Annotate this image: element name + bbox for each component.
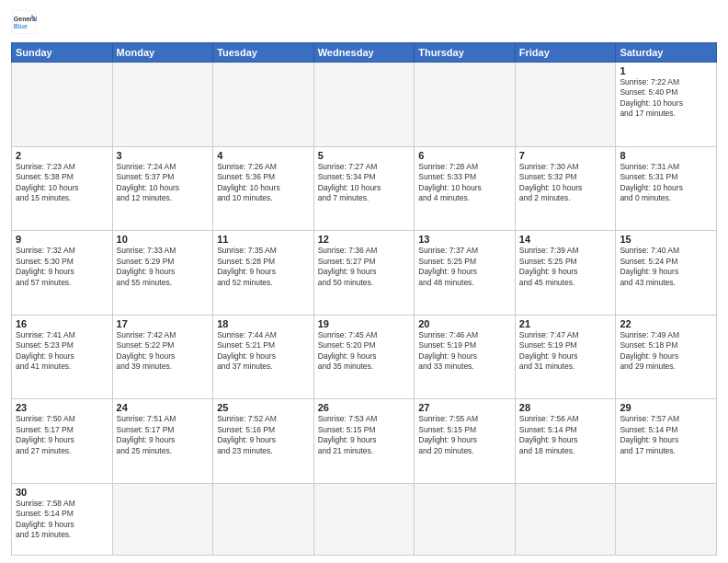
svg-rect-0 <box>12 10 35 33</box>
calendar-cell: 23Sunrise: 7:50 AM Sunset: 5:17 PM Dayli… <box>12 399 113 484</box>
page-container: General Blue SundayMondayTuesdayWednesda… <box>0 0 728 563</box>
week-row-4: 16Sunrise: 7:41 AM Sunset: 5:23 PM Dayli… <box>12 315 717 399</box>
day-info: Sunrise: 7:26 AM Sunset: 5:36 PM Dayligh… <box>217 162 310 204</box>
calendar-cell <box>313 63 415 147</box>
weekday-header-friday: Friday <box>515 43 616 63</box>
day-info: Sunrise: 7:23 AM Sunset: 5:38 PM Dayligh… <box>16 162 108 204</box>
day-number: 14 <box>519 234 612 245</box>
day-number: 2 <box>16 150 108 161</box>
calendar-cell: 7Sunrise: 7:30 AM Sunset: 5:32 PM Daylig… <box>515 146 616 231</box>
calendar-cell: 4Sunrise: 7:26 AM Sunset: 5:36 PM Daylig… <box>213 146 314 231</box>
day-info: Sunrise: 7:31 AM Sunset: 5:31 PM Dayligh… <box>620 162 712 204</box>
day-info: Sunrise: 7:22 AM Sunset: 5:40 PM Dayligh… <box>620 77 712 120</box>
day-info: Sunrise: 7:49 AM Sunset: 5:18 PM Dayligh… <box>620 330 712 373</box>
calendar-cell: 30Sunrise: 7:58 AM Sunset: 5:14 PM Dayli… <box>12 483 113 555</box>
day-info: Sunrise: 7:50 AM Sunset: 5:17 PM Dayligh… <box>16 414 108 456</box>
weekday-header-wednesday: Wednesday <box>313 43 415 63</box>
day-number: 27 <box>418 402 511 413</box>
day-number: 22 <box>620 318 712 329</box>
calendar-cell: 19Sunrise: 7:45 AM Sunset: 5:20 PM Dayli… <box>313 315 415 399</box>
day-number: 11 <box>217 234 310 245</box>
day-number: 18 <box>217 318 310 329</box>
weekday-header-tuesday: Tuesday <box>213 43 314 63</box>
day-info: Sunrise: 7:30 AM Sunset: 5:32 PM Dayligh… <box>519 162 612 204</box>
calendar-cell: 25Sunrise: 7:52 AM Sunset: 5:16 PM Dayli… <box>213 399 314 484</box>
weekday-header-thursday: Thursday <box>415 43 516 63</box>
calendar-cell: 1Sunrise: 7:22 AM Sunset: 5:40 PM Daylig… <box>616 63 717 147</box>
calendar-cell: 17Sunrise: 7:42 AM Sunset: 5:22 PM Dayli… <box>112 315 213 399</box>
day-number: 30 <box>16 487 108 498</box>
day-number: 7 <box>519 150 612 161</box>
day-number: 17 <box>117 318 210 329</box>
day-number: 13 <box>418 234 511 245</box>
week-row-2: 2Sunrise: 7:23 AM Sunset: 5:38 PM Daylig… <box>12 146 717 231</box>
calendar-cell <box>112 63 213 147</box>
day-info: Sunrise: 7:46 AM Sunset: 5:19 PM Dayligh… <box>418 330 511 373</box>
calendar-cell: 11Sunrise: 7:35 AM Sunset: 5:28 PM Dayli… <box>213 231 314 316</box>
calendar-cell <box>12 63 113 147</box>
day-number: 29 <box>620 402 712 413</box>
day-info: Sunrise: 7:53 AM Sunset: 5:15 PM Dayligh… <box>318 414 411 456</box>
day-number: 23 <box>16 402 108 413</box>
day-info: Sunrise: 7:27 AM Sunset: 5:34 PM Dayligh… <box>318 162 411 204</box>
svg-text:Blue: Blue <box>14 23 28 29</box>
week-row-1: 1Sunrise: 7:22 AM Sunset: 5:40 PM Daylig… <box>12 63 717 147</box>
day-number: 3 <box>117 150 210 161</box>
calendar-cell: 24Sunrise: 7:51 AM Sunset: 5:17 PM Dayli… <box>112 399 213 484</box>
calendar-cell: 26Sunrise: 7:53 AM Sunset: 5:15 PM Dayli… <box>313 399 415 484</box>
day-info: Sunrise: 7:55 AM Sunset: 5:15 PM Dayligh… <box>418 414 511 456</box>
calendar-cell: 18Sunrise: 7:44 AM Sunset: 5:21 PM Dayli… <box>213 315 314 399</box>
day-info: Sunrise: 7:47 AM Sunset: 5:19 PM Dayligh… <box>519 330 612 373</box>
calendar-cell: 28Sunrise: 7:56 AM Sunset: 5:14 PM Dayli… <box>515 399 616 484</box>
day-number: 1 <box>620 65 712 76</box>
calendar-cell: 27Sunrise: 7:55 AM Sunset: 5:15 PM Dayli… <box>415 399 516 484</box>
day-number: 24 <box>117 402 210 413</box>
calendar-cell: 5Sunrise: 7:27 AM Sunset: 5:34 PM Daylig… <box>313 146 415 231</box>
day-number: 25 <box>217 402 310 413</box>
day-info: Sunrise: 7:56 AM Sunset: 5:14 PM Dayligh… <box>519 414 612 456</box>
day-info: Sunrise: 7:40 AM Sunset: 5:24 PM Dayligh… <box>620 246 712 288</box>
day-number: 8 <box>620 150 712 161</box>
calendar-cell: 16Sunrise: 7:41 AM Sunset: 5:23 PM Dayli… <box>12 315 113 399</box>
header: General Blue <box>11 9 717 35</box>
calendar-table: SundayMondayTuesdayWednesdayThursdayFrid… <box>11 42 717 556</box>
calendar-cell <box>415 63 516 147</box>
calendar-cell: 8Sunrise: 7:31 AM Sunset: 5:31 PM Daylig… <box>616 146 717 231</box>
day-info: Sunrise: 7:41 AM Sunset: 5:23 PM Dayligh… <box>16 330 108 373</box>
calendar-cell <box>616 483 717 555</box>
day-info: Sunrise: 7:39 AM Sunset: 5:25 PM Dayligh… <box>519 246 612 288</box>
day-info: Sunrise: 7:44 AM Sunset: 5:21 PM Dayligh… <box>217 330 310 373</box>
calendar-cell <box>213 63 314 147</box>
day-info: Sunrise: 7:52 AM Sunset: 5:16 PM Dayligh… <box>217 414 310 456</box>
calendar-cell: 15Sunrise: 7:40 AM Sunset: 5:24 PM Dayli… <box>616 231 717 316</box>
weekday-header-row: SundayMondayTuesdayWednesdayThursdayFrid… <box>12 43 717 63</box>
day-number: 19 <box>318 318 411 329</box>
day-info: Sunrise: 7:42 AM Sunset: 5:22 PM Dayligh… <box>117 330 210 373</box>
calendar-cell <box>515 483 616 555</box>
week-row-3: 9Sunrise: 7:32 AM Sunset: 5:30 PM Daylig… <box>12 231 717 316</box>
calendar-cell: 2Sunrise: 7:23 AM Sunset: 5:38 PM Daylig… <box>12 146 113 231</box>
day-number: 6 <box>418 150 511 161</box>
calendar-cell: 12Sunrise: 7:36 AM Sunset: 5:27 PM Dayli… <box>313 231 415 316</box>
calendar-cell: 10Sunrise: 7:33 AM Sunset: 5:29 PM Dayli… <box>112 231 213 316</box>
day-info: Sunrise: 7:35 AM Sunset: 5:28 PM Dayligh… <box>217 246 310 288</box>
week-row-5: 23Sunrise: 7:50 AM Sunset: 5:17 PM Dayli… <box>12 399 717 484</box>
day-info: Sunrise: 7:37 AM Sunset: 5:25 PM Dayligh… <box>418 246 511 288</box>
day-number: 10 <box>117 234 210 245</box>
day-info: Sunrise: 7:58 AM Sunset: 5:14 PM Dayligh… <box>16 499 108 541</box>
calendar-cell: 21Sunrise: 7:47 AM Sunset: 5:19 PM Dayli… <box>515 315 616 399</box>
day-info: Sunrise: 7:24 AM Sunset: 5:37 PM Dayligh… <box>117 162 210 204</box>
day-info: Sunrise: 7:51 AM Sunset: 5:17 PM Dayligh… <box>117 414 210 456</box>
calendar-cell: 9Sunrise: 7:32 AM Sunset: 5:30 PM Daylig… <box>12 231 113 316</box>
calendar-cell: 29Sunrise: 7:57 AM Sunset: 5:14 PM Dayli… <box>616 399 717 484</box>
calendar-cell <box>415 483 516 555</box>
day-number: 15 <box>620 234 712 245</box>
logo-icon: General Blue <box>11 9 37 35</box>
day-info: Sunrise: 7:45 AM Sunset: 5:20 PM Dayligh… <box>318 330 411 373</box>
calendar-cell: 22Sunrise: 7:49 AM Sunset: 5:18 PM Dayli… <box>616 315 717 399</box>
calendar-cell: 20Sunrise: 7:46 AM Sunset: 5:19 PM Dayli… <box>415 315 516 399</box>
day-number: 5 <box>318 150 411 161</box>
weekday-header-sunday: Sunday <box>12 43 113 63</box>
day-info: Sunrise: 7:32 AM Sunset: 5:30 PM Dayligh… <box>16 246 108 288</box>
calendar-cell: 13Sunrise: 7:37 AM Sunset: 5:25 PM Dayli… <box>415 231 516 316</box>
